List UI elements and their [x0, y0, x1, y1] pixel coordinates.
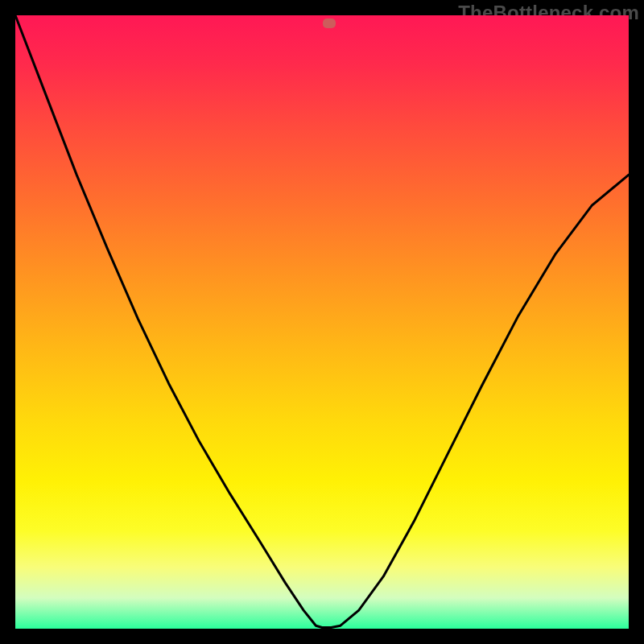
- chart-frame: TheBottleneck.com: [0, 0, 644, 644]
- plot-area: [15, 15, 629, 629]
- bottleneck-curve: [15, 15, 629, 629]
- marker-dot: [323, 19, 336, 28]
